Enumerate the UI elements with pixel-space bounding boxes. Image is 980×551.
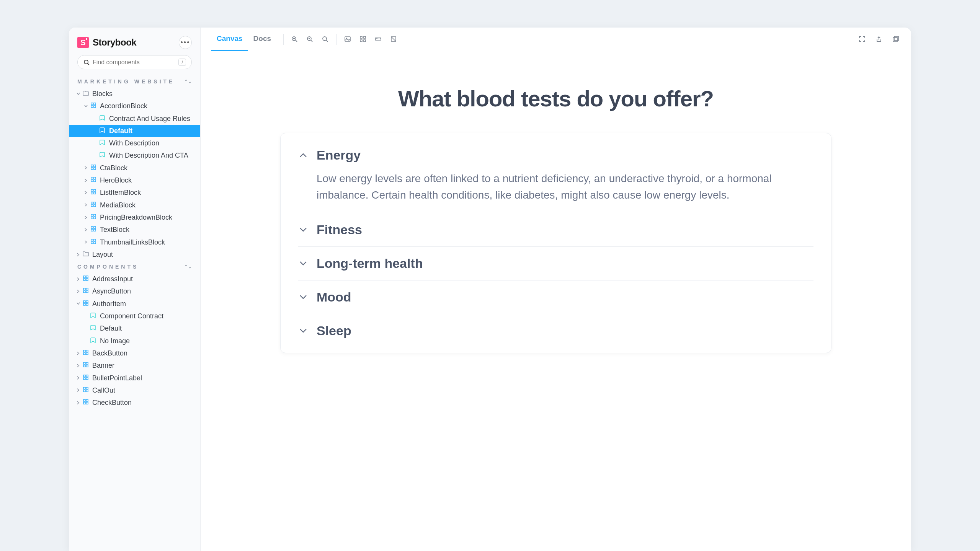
component-icon [90, 213, 97, 222]
toolbar-divider [283, 34, 284, 45]
toolbar-divider [336, 34, 337, 45]
tree-item-label: Default [109, 126, 196, 135]
accordion-item-title: Fitness [317, 222, 362, 237]
component-icon [90, 225, 97, 234]
accordion-item: Sleep [298, 314, 813, 347]
grid-toggle-icon[interactable] [359, 35, 368, 44]
fullscreen-icon[interactable] [858, 35, 867, 44]
tree-component[interactable]: MediaBlock [69, 199, 200, 211]
accordion-item-title: Long-term health [317, 256, 423, 271]
caret-down-icon [83, 104, 89, 108]
storybook-logo-mark: S [77, 37, 89, 48]
storybook-logo[interactable]: S Storybook [77, 37, 136, 48]
accordion-toggle[interactable]: Mood [298, 290, 813, 305]
tree-component[interactable]: AccordionBlock [69, 100, 200, 112]
tree-component[interactable]: TextBlock [69, 223, 200, 236]
component-icon [90, 176, 97, 185]
sidebar: S Storybook ••• / MARKETING WEBSITE⌃⌄Blo… [69, 28, 201, 551]
component-preview: What blood tests do you offer? EnergyLow… [280, 86, 831, 517]
sidebar-section-header[interactable]: MARKETING WEBSITE⌃⌄ [69, 76, 200, 87]
tree-item-label: Component Contract [100, 311, 196, 321]
accordion-heading: What blood tests do you offer? [280, 86, 831, 111]
tree-story[interactable]: With Description [69, 137, 200, 149]
tab-canvas[interactable]: Canvas [211, 28, 248, 51]
accordion-toggle[interactable]: Energy [298, 148, 813, 163]
sidebar-search[interactable]: / [77, 55, 192, 69]
main-panel: Canvas Docs [201, 28, 911, 551]
outline-icon[interactable] [390, 35, 398, 44]
caret-right-icon [75, 364, 81, 367]
tree-item-label: BackButton [92, 349, 196, 358]
tree-component[interactable]: ListItemBlock [69, 186, 200, 199]
tree-component[interactable]: BulletPointLabel [69, 372, 200, 384]
caret-right-icon [75, 388, 81, 392]
tree-component[interactable]: PricingBreakdownBlock [69, 211, 200, 223]
tree-item-label: BulletPointLabel [92, 373, 196, 383]
caret-right-icon [75, 277, 81, 281]
tab-docs[interactable]: Docs [248, 28, 276, 51]
storybook-logo-text: Storybook [93, 37, 136, 48]
app-shell: S Storybook ••• / MARKETING WEBSITE⌃⌄Blo… [69, 28, 911, 551]
accordion-toggle[interactable]: Long-term health [298, 256, 813, 271]
tree-component[interactable]: AsyncButton [69, 285, 200, 297]
tree-item-label: PricingBreakdownBlock [100, 213, 196, 222]
tree-item-label: With Description [109, 139, 196, 148]
zoom-in-icon[interactable] [291, 35, 299, 44]
tree-story[interactable]: No Image [69, 335, 200, 347]
tree-story[interactable]: Contract And Usage Rules [69, 112, 200, 125]
search-icon [83, 59, 90, 65]
tree-story[interactable]: Default [69, 125, 200, 137]
tree-story[interactable]: With Description And CTA [69, 149, 200, 161]
caret-right-icon [75, 376, 81, 380]
toolbar: Canvas Docs [201, 28, 911, 51]
tree-component[interactable]: AuthorItem [69, 298, 200, 310]
tree-story[interactable]: Component Contract [69, 310, 200, 322]
caret-right-icon [83, 228, 89, 231]
caret-down-icon [75, 92, 81, 96]
zoom-out-icon[interactable] [306, 35, 314, 44]
tree-component[interactable]: HeroBlock [69, 174, 200, 186]
tree-component[interactable]: Banner [69, 359, 200, 372]
tree-folder[interactable]: Blocks [69, 88, 200, 100]
caret-right-icon [75, 352, 81, 355]
component-icon [90, 201, 97, 210]
tree-item-label: CallOut [92, 386, 196, 395]
tree-story[interactable]: Default [69, 322, 200, 334]
open-new-tab-icon[interactable] [892, 35, 900, 44]
zoom-reset-icon[interactable] [321, 35, 330, 44]
tree-item-label: Layout [92, 250, 196, 259]
open-isolated-icon[interactable] [875, 35, 884, 44]
accordion-item-body: Low energy levels are often linked to a … [298, 163, 813, 204]
measure-icon[interactable] [374, 35, 383, 44]
accordion-item: Fitness [298, 213, 813, 247]
tree-component[interactable]: BackButton [69, 347, 200, 359]
accordion-item: Long-term health [298, 247, 813, 280]
tree-item-label: Blocks [92, 89, 196, 98]
tree-item-label: With Description And CTA [109, 151, 196, 160]
view-tabs: Canvas Docs [211, 28, 276, 51]
accordion-toggle[interactable]: Sleep [298, 323, 813, 338]
chevron-down-icon [298, 258, 308, 268]
tree-folder[interactable]: Layout [69, 248, 200, 261]
sidebar-header: S Storybook ••• [69, 28, 200, 55]
sidebar-section-header[interactable]: COMPONENTS⌃⌄ [69, 261, 200, 272]
tree-component[interactable]: AddressInput [69, 273, 200, 285]
sidebar-tree: MARKETING WEBSITE⌃⌄BlocksAccordionBlockC… [69, 76, 200, 409]
tree-component[interactable]: ThumbnailLinksBlock [69, 236, 200, 248]
caret-down-icon [75, 302, 81, 305]
sidebar-menu-button[interactable]: ••• [179, 36, 192, 49]
tree-item-label: Default [100, 324, 196, 333]
chevron-down-icon [298, 292, 308, 302]
tree-component[interactable]: CallOut [69, 384, 200, 396]
caret-right-icon [83, 179, 89, 182]
accordion-item-title: Mood [317, 290, 351, 305]
tree-component[interactable]: CheckButton [69, 396, 200, 409]
accordion-block: EnergyLow energy levels are often linked… [280, 133, 831, 353]
caret-right-icon [83, 166, 89, 170]
search-input[interactable] [93, 59, 178, 66]
caret-right-icon [83, 240, 89, 244]
tree-component[interactable]: CtaBlock [69, 162, 200, 174]
accordion-toggle[interactable]: Fitness [298, 222, 813, 237]
sidebar-section-label: MARKETING WEBSITE [77, 78, 175, 85]
background-toggle-icon[interactable] [344, 35, 352, 44]
